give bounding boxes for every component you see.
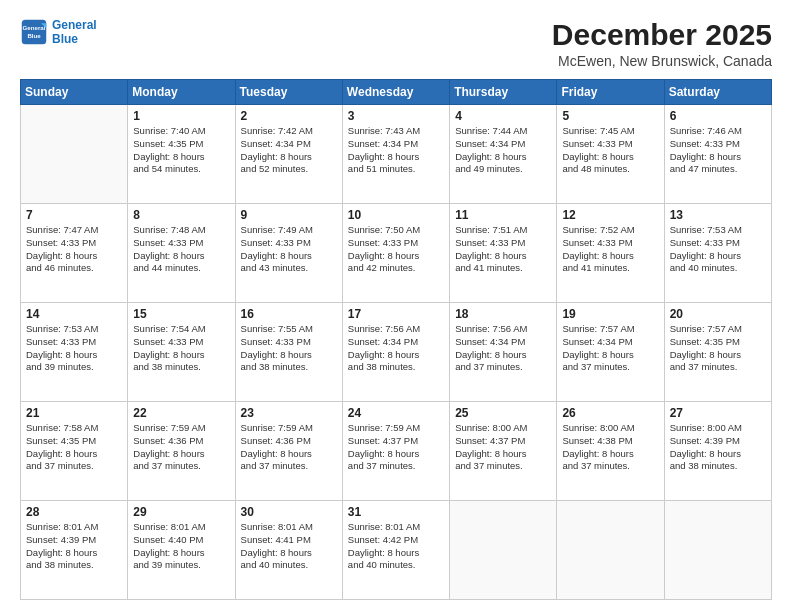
calendar-day-20: 20Sunrise: 7:57 AM Sunset: 4:35 PM Dayli… bbox=[664, 303, 771, 402]
day-info: Sunrise: 8:00 AM Sunset: 4:38 PM Dayligh… bbox=[562, 422, 658, 473]
day-info: Sunrise: 7:57 AM Sunset: 4:34 PM Dayligh… bbox=[562, 323, 658, 374]
day-number: 16 bbox=[241, 307, 337, 321]
calendar-header-monday: Monday bbox=[128, 80, 235, 105]
calendar-day-14: 14Sunrise: 7:53 AM Sunset: 4:33 PM Dayli… bbox=[21, 303, 128, 402]
calendar-empty-cell bbox=[557, 501, 664, 600]
day-info: Sunrise: 7:46 AM Sunset: 4:33 PM Dayligh… bbox=[670, 125, 766, 176]
day-info: Sunrise: 7:54 AM Sunset: 4:33 PM Dayligh… bbox=[133, 323, 229, 374]
calendar-day-6: 6Sunrise: 7:46 AM Sunset: 4:33 PM Daylig… bbox=[664, 105, 771, 204]
day-info: Sunrise: 8:01 AM Sunset: 4:40 PM Dayligh… bbox=[133, 521, 229, 572]
calendar: SundayMondayTuesdayWednesdayThursdayFrid… bbox=[20, 79, 772, 600]
day-number: 31 bbox=[348, 505, 444, 519]
day-info: Sunrise: 7:58 AM Sunset: 4:35 PM Dayligh… bbox=[26, 422, 122, 473]
calendar-day-21: 21Sunrise: 7:58 AM Sunset: 4:35 PM Dayli… bbox=[21, 402, 128, 501]
day-info: Sunrise: 7:48 AM Sunset: 4:33 PM Dayligh… bbox=[133, 224, 229, 275]
day-info: Sunrise: 7:40 AM Sunset: 4:35 PM Dayligh… bbox=[133, 125, 229, 176]
day-number: 5 bbox=[562, 109, 658, 123]
day-number: 4 bbox=[455, 109, 551, 123]
calendar-day-27: 27Sunrise: 8:00 AM Sunset: 4:39 PM Dayli… bbox=[664, 402, 771, 501]
calendar-empty-cell bbox=[450, 501, 557, 600]
subtitle: McEwen, New Brunswick, Canada bbox=[552, 53, 772, 69]
day-info: Sunrise: 7:45 AM Sunset: 4:33 PM Dayligh… bbox=[562, 125, 658, 176]
day-info: Sunrise: 7:47 AM Sunset: 4:33 PM Dayligh… bbox=[26, 224, 122, 275]
calendar-day-24: 24Sunrise: 7:59 AM Sunset: 4:37 PM Dayli… bbox=[342, 402, 449, 501]
day-number: 27 bbox=[670, 406, 766, 420]
day-info: Sunrise: 8:01 AM Sunset: 4:39 PM Dayligh… bbox=[26, 521, 122, 572]
day-number: 20 bbox=[670, 307, 766, 321]
day-info: Sunrise: 7:56 AM Sunset: 4:34 PM Dayligh… bbox=[455, 323, 551, 374]
calendar-day-29: 29Sunrise: 8:01 AM Sunset: 4:40 PM Dayli… bbox=[128, 501, 235, 600]
day-info: Sunrise: 7:53 AM Sunset: 4:33 PM Dayligh… bbox=[670, 224, 766, 275]
calendar-header-saturday: Saturday bbox=[664, 80, 771, 105]
calendar-empty-cell bbox=[664, 501, 771, 600]
day-info: Sunrise: 7:53 AM Sunset: 4:33 PM Dayligh… bbox=[26, 323, 122, 374]
day-number: 26 bbox=[562, 406, 658, 420]
calendar-week-row: 1Sunrise: 7:40 AM Sunset: 4:35 PM Daylig… bbox=[21, 105, 772, 204]
calendar-day-11: 11Sunrise: 7:51 AM Sunset: 4:33 PM Dayli… bbox=[450, 204, 557, 303]
calendar-week-row: 21Sunrise: 7:58 AM Sunset: 4:35 PM Dayli… bbox=[21, 402, 772, 501]
main-title: December 2025 bbox=[552, 18, 772, 51]
day-number: 30 bbox=[241, 505, 337, 519]
title-block: December 2025 McEwen, New Brunswick, Can… bbox=[552, 18, 772, 69]
day-info: Sunrise: 8:01 AM Sunset: 4:41 PM Dayligh… bbox=[241, 521, 337, 572]
calendar-day-23: 23Sunrise: 7:59 AM Sunset: 4:36 PM Dayli… bbox=[235, 402, 342, 501]
calendar-day-8: 8Sunrise: 7:48 AM Sunset: 4:33 PM Daylig… bbox=[128, 204, 235, 303]
calendar-day-3: 3Sunrise: 7:43 AM Sunset: 4:34 PM Daylig… bbox=[342, 105, 449, 204]
day-info: Sunrise: 8:01 AM Sunset: 4:42 PM Dayligh… bbox=[348, 521, 444, 572]
day-info: Sunrise: 7:55 AM Sunset: 4:33 PM Dayligh… bbox=[241, 323, 337, 374]
calendar-day-18: 18Sunrise: 7:56 AM Sunset: 4:34 PM Dayli… bbox=[450, 303, 557, 402]
calendar-header-sunday: Sunday bbox=[21, 80, 128, 105]
day-number: 25 bbox=[455, 406, 551, 420]
calendar-day-15: 15Sunrise: 7:54 AM Sunset: 4:33 PM Dayli… bbox=[128, 303, 235, 402]
svg-text:General: General bbox=[23, 24, 46, 31]
page: General Blue General Blue December 2025 … bbox=[0, 0, 792, 612]
calendar-week-row: 28Sunrise: 8:01 AM Sunset: 4:39 PM Dayli… bbox=[21, 501, 772, 600]
calendar-day-7: 7Sunrise: 7:47 AM Sunset: 4:33 PM Daylig… bbox=[21, 204, 128, 303]
calendar-day-17: 17Sunrise: 7:56 AM Sunset: 4:34 PM Dayli… bbox=[342, 303, 449, 402]
day-number: 6 bbox=[670, 109, 766, 123]
day-number: 24 bbox=[348, 406, 444, 420]
day-info: Sunrise: 7:59 AM Sunset: 4:37 PM Dayligh… bbox=[348, 422, 444, 473]
calendar-day-26: 26Sunrise: 8:00 AM Sunset: 4:38 PM Dayli… bbox=[557, 402, 664, 501]
day-number: 18 bbox=[455, 307, 551, 321]
day-number: 12 bbox=[562, 208, 658, 222]
logo: General Blue General Blue bbox=[20, 18, 97, 46]
calendar-week-row: 7Sunrise: 7:47 AM Sunset: 4:33 PM Daylig… bbox=[21, 204, 772, 303]
day-info: Sunrise: 7:52 AM Sunset: 4:33 PM Dayligh… bbox=[562, 224, 658, 275]
calendar-day-9: 9Sunrise: 7:49 AM Sunset: 4:33 PM Daylig… bbox=[235, 204, 342, 303]
day-info: Sunrise: 7:44 AM Sunset: 4:34 PM Dayligh… bbox=[455, 125, 551, 176]
day-number: 14 bbox=[26, 307, 122, 321]
day-number: 13 bbox=[670, 208, 766, 222]
calendar-day-19: 19Sunrise: 7:57 AM Sunset: 4:34 PM Dayli… bbox=[557, 303, 664, 402]
day-info: Sunrise: 7:56 AM Sunset: 4:34 PM Dayligh… bbox=[348, 323, 444, 374]
calendar-header-row: SundayMondayTuesdayWednesdayThursdayFrid… bbox=[21, 80, 772, 105]
day-number: 17 bbox=[348, 307, 444, 321]
day-info: Sunrise: 8:00 AM Sunset: 4:37 PM Dayligh… bbox=[455, 422, 551, 473]
calendar-day-12: 12Sunrise: 7:52 AM Sunset: 4:33 PM Dayli… bbox=[557, 204, 664, 303]
day-number: 11 bbox=[455, 208, 551, 222]
day-number: 21 bbox=[26, 406, 122, 420]
day-number: 7 bbox=[26, 208, 122, 222]
day-number: 29 bbox=[133, 505, 229, 519]
calendar-header-tuesday: Tuesday bbox=[235, 80, 342, 105]
calendar-day-16: 16Sunrise: 7:55 AM Sunset: 4:33 PM Dayli… bbox=[235, 303, 342, 402]
day-number: 2 bbox=[241, 109, 337, 123]
day-info: Sunrise: 7:57 AM Sunset: 4:35 PM Dayligh… bbox=[670, 323, 766, 374]
day-number: 9 bbox=[241, 208, 337, 222]
day-number: 22 bbox=[133, 406, 229, 420]
logo-text: General Blue bbox=[52, 18, 97, 46]
calendar-day-22: 22Sunrise: 7:59 AM Sunset: 4:36 PM Dayli… bbox=[128, 402, 235, 501]
calendar-day-5: 5Sunrise: 7:45 AM Sunset: 4:33 PM Daylig… bbox=[557, 105, 664, 204]
calendar-header-friday: Friday bbox=[557, 80, 664, 105]
day-number: 15 bbox=[133, 307, 229, 321]
day-number: 10 bbox=[348, 208, 444, 222]
day-info: Sunrise: 7:42 AM Sunset: 4:34 PM Dayligh… bbox=[241, 125, 337, 176]
calendar-day-13: 13Sunrise: 7:53 AM Sunset: 4:33 PM Dayli… bbox=[664, 204, 771, 303]
calendar-day-31: 31Sunrise: 8:01 AM Sunset: 4:42 PM Dayli… bbox=[342, 501, 449, 600]
calendar-header-wednesday: Wednesday bbox=[342, 80, 449, 105]
day-info: Sunrise: 7:59 AM Sunset: 4:36 PM Dayligh… bbox=[133, 422, 229, 473]
header: General Blue General Blue December 2025 … bbox=[20, 18, 772, 69]
calendar-day-1: 1Sunrise: 7:40 AM Sunset: 4:35 PM Daylig… bbox=[128, 105, 235, 204]
day-number: 23 bbox=[241, 406, 337, 420]
day-number: 1 bbox=[133, 109, 229, 123]
